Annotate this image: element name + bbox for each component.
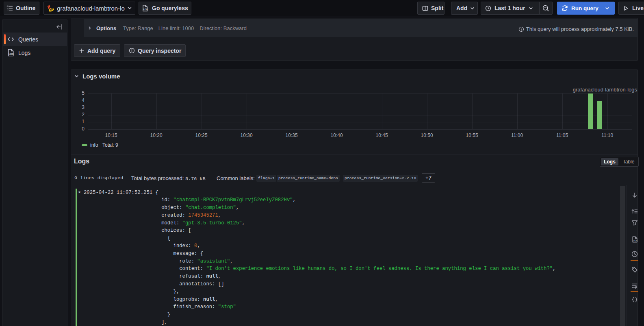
svg-text:LOG: LOG bbox=[9, 52, 14, 55]
svg-text:LOG: LOG bbox=[633, 239, 638, 242]
svg-text:LOG: LOG bbox=[143, 8, 148, 11]
